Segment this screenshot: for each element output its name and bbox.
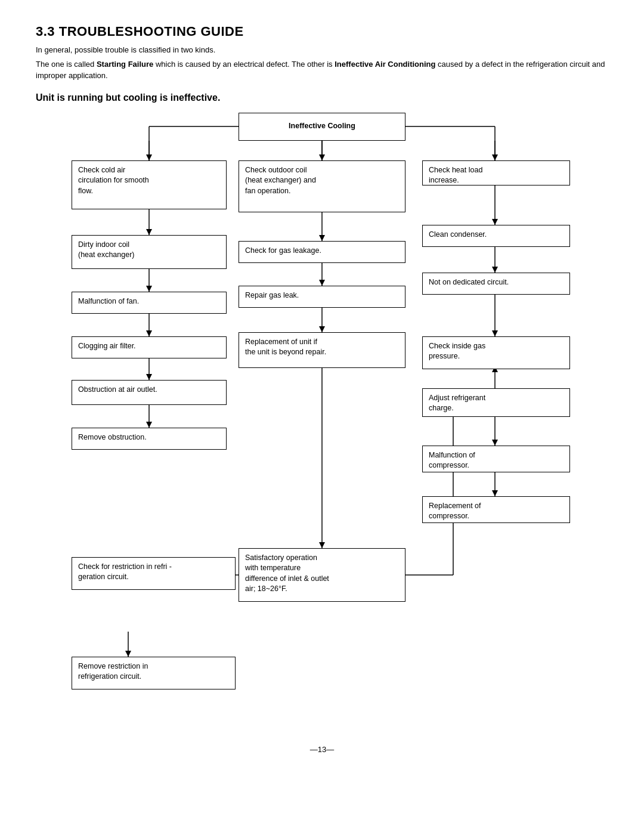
box-b12: Check for restriction in refri -geration… bbox=[72, 557, 236, 590]
svg-marker-33 bbox=[492, 440, 498, 446]
svg-marker-27 bbox=[492, 267, 498, 273]
box-b5: Obstruction at air outlet. bbox=[72, 380, 227, 405]
box-b1: Check cold aircirculation for smoothflow… bbox=[72, 160, 227, 209]
box-b10: Replacement of unit ifthe unit is beyond… bbox=[239, 332, 405, 368]
svg-marker-29 bbox=[492, 330, 498, 336]
svg-marker-15 bbox=[146, 422, 152, 428]
box-b13: Remove restriction inrefrigeration circu… bbox=[72, 657, 236, 689]
box-b2: Dirty indoor coil(heat exchanger) bbox=[72, 235, 227, 269]
box-b3: Malfunction of fan. bbox=[72, 292, 227, 314]
page-number: —13— bbox=[36, 745, 608, 754]
box-root: Ineffective Cooling bbox=[239, 113, 405, 141]
box-b14: Check heat loadincrease. bbox=[422, 160, 570, 185]
box-b8: Check for gas leakage. bbox=[239, 241, 405, 263]
flowchart: Ineffective Cooling Check cold aircircul… bbox=[36, 113, 608, 727]
svg-marker-23 bbox=[319, 542, 325, 548]
box-b7: Check outdoor coil(heat exchanger) andfa… bbox=[239, 160, 405, 212]
box-b6: Remove obstruction. bbox=[72, 428, 227, 450]
svg-marker-19 bbox=[319, 280, 325, 286]
box-b4: Clogging air filter. bbox=[72, 336, 227, 358]
box-b17: Check inside gaspressure. bbox=[422, 336, 570, 369]
svg-marker-11 bbox=[146, 330, 152, 336]
svg-marker-3 bbox=[319, 154, 325, 160]
svg-marker-21 bbox=[319, 326, 325, 332]
box-b16: Not on dedicated circuit. bbox=[422, 273, 570, 295]
sub-title: Unit is running but cooling is ineffecti… bbox=[36, 92, 608, 103]
box-b20: Replacement ofcompressor. bbox=[422, 496, 570, 523]
box-b19: Malfunction ofcompressor. bbox=[422, 446, 570, 472]
svg-marker-7 bbox=[146, 229, 152, 235]
section-title: 3.3 TROUBLESHOOTING GUIDE bbox=[36, 24, 608, 39]
intro-paragraph-2: The one is called Starting Failure which… bbox=[36, 58, 608, 82]
svg-marker-25 bbox=[492, 219, 498, 225]
svg-marker-35 bbox=[492, 490, 498, 496]
svg-marker-17 bbox=[319, 235, 325, 241]
box-b18: Adjust refrigerantcharge. bbox=[422, 388, 570, 417]
svg-marker-1 bbox=[146, 154, 152, 160]
box-b15: Clean condenser. bbox=[422, 225, 570, 247]
box-b9: Repair gas leak. bbox=[239, 286, 405, 308]
svg-marker-9 bbox=[146, 286, 152, 292]
intro-paragraph-1: In general, possible trouble is classifi… bbox=[36, 44, 608, 56]
svg-marker-13 bbox=[146, 374, 152, 380]
box-b11: Satisfactory operationwith temperaturedi… bbox=[239, 548, 405, 602]
svg-marker-5 bbox=[492, 154, 498, 160]
svg-marker-44 bbox=[125, 651, 131, 657]
